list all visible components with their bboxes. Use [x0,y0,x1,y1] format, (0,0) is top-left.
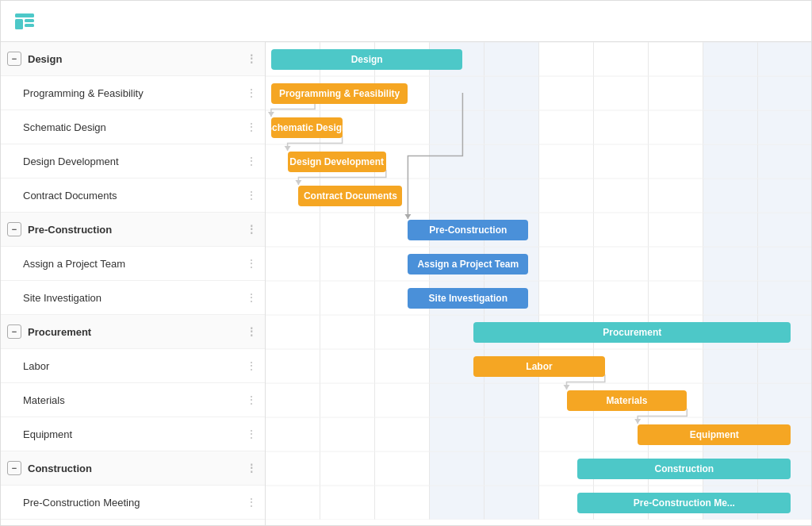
child-row-assign-project-team: Assign a Project Team ⋮ [1,247,265,281]
group-label-pre-construction: Pre-Construction [28,224,244,236]
child-row-prog-feasibility: Programming & Feasibility ⋮ [1,76,265,110]
bar-label-materials: Materials [606,395,647,406]
bar-label-design-development: Design Development [289,156,384,167]
gantt-grid [266,42,811,520]
svg-marker-21 [285,146,291,151]
group-row-design: − Design ⋮ [1,42,265,76]
svg-marker-22 [295,180,301,185]
child-label-materials: Materials [23,394,244,406]
connector-lines [266,42,811,520]
drag-handle-prog-feasibility[interactable]: ⋮ [244,86,259,99]
bar-label-labor: Labor [526,361,552,372]
expand-btn-pre-construction[interactable]: − [7,222,21,236]
bar-label-construction-main: Construction [655,463,714,474]
child-label-equipment: Equipment [23,428,244,440]
svg-rect-2 [25,19,34,22]
bar-label-assign-project-team: Assign a Project Team [417,259,519,270]
child-row-equipment: Equipment ⋮ [1,417,265,451]
child-row-contract-documents: Contract Documents ⋮ [1,179,265,213]
child-label-assign-project-team: Assign a Project Team [23,258,244,270]
bar-label-contract-documents: Contract Documents [304,190,397,202]
bar-pre-construction[interactable]: Pre-Construction [408,220,528,240]
child-label-site-investigation: Site Investigation [23,292,244,304]
child-row-site-investigation: Site Investigation ⋮ [1,281,265,315]
main-content: − Design ⋮ Programming & Feasibility ⋮ S… [1,42,811,525]
bar-label-pre-construction-meeting: Pre-Construction Me... [634,497,735,509]
svg-rect-0 [15,13,34,17]
bar-label-procurement: Procurement [603,327,661,338]
child-row-design-development: Design Development ⋮ [1,144,265,179]
group-row-procurement: − Procurement ⋮ [1,315,265,349]
drag-handle-assign-project-team[interactable]: ⋮ [244,257,259,270]
template-icon [13,10,36,33]
drag-handle-pre-construction[interactable]: ⋮ [244,223,259,236]
bar-label-prog-feasibility: Programming & Feasibility [279,88,400,99]
bar-design-development[interactable]: Design Development [288,152,386,172]
child-label-prog-feasibility: Programming & Feasibility [23,87,244,99]
bar-construction-main[interactable]: Construction [577,459,791,479]
expand-btn-construction[interactable]: − [7,461,21,475]
group-row-construction: − Construction ⋮ [1,451,265,486]
drag-handle-materials[interactable]: ⋮ [244,394,259,406]
child-row-labor: Labor ⋮ [1,349,265,383]
gantt-panel: DesignProgramming & FeasibilitySchematic… [266,42,811,525]
expand-btn-design[interactable]: − [7,52,21,66]
svg-rect-3 [25,24,34,27]
child-label-contract-documents: Contract Documents [23,190,244,202]
group-label-construction: Construction [28,463,244,474]
bar-equipment[interactable]: Equipment [638,424,791,445]
left-panel: − Design ⋮ Programming & Feasibility ⋮ S… [1,42,266,525]
bar-site-investigation[interactable]: Site Investigation [408,288,528,309]
child-row-pre-construction-meeting: Pre-Construction Meeting ⋮ [1,486,265,520]
drag-handle-labor[interactable]: ⋮ [244,359,259,372]
child-label-pre-construction-meeting: Pre-Construction Meeting [23,497,244,509]
group-label-procurement: Procurement [28,326,244,338]
app-container: − Design ⋮ Programming & Feasibility ⋮ S… [0,0,812,526]
child-label-labor: Labor [23,360,244,372]
drag-handle-schematic-design[interactable]: ⋮ [244,121,259,133]
header [1,1,811,42]
bar-label-schematic-design: Schematic Design [271,122,343,133]
expand-btn-procurement[interactable]: − [7,324,21,339]
drag-handle-equipment[interactable]: ⋮ [244,428,259,440]
bar-label-design: Design [351,54,383,65]
bar-pre-construction-meeting[interactable]: Pre-Construction Me... [577,493,791,513]
svg-marker-19 [404,214,411,219]
bar-label-site-investigation: Site Investigation [429,293,508,304]
group-row-pre-construction: − Pre-Construction ⋮ [1,213,265,247]
bar-schematic-design[interactable]: Schematic Design [271,117,343,138]
bar-contract-documents[interactable]: Contract Documents [298,186,402,206]
bar-design[interactable]: Design [271,49,463,70]
svg-marker-24 [634,419,641,424]
bar-label-equipment: Equipment [690,429,739,440]
svg-marker-23 [564,385,570,390]
drag-handle-construction[interactable]: ⋮ [244,462,259,474]
child-row-materials: Materials ⋮ [1,383,265,417]
child-label-schematic-design: Schematic Design [23,121,244,133]
svg-marker-20 [268,112,274,117]
child-row-schematic-design: Schematic Design ⋮ [1,110,265,144]
drag-handle-contract-documents[interactable]: ⋮ [244,189,259,202]
bar-assign-project-team[interactable]: Assign a Project Team [408,254,528,275]
bar-prog-feasibility[interactable]: Programming & Feasibility [271,83,408,104]
drag-handle-design-development[interactable]: ⋮ [244,155,259,167]
drag-handle-pre-construction-meeting[interactable]: ⋮ [244,496,259,509]
child-label-design-development: Design Development [23,155,244,167]
bar-label-pre-construction: Pre-Construction [429,225,507,236]
svg-rect-1 [15,19,23,29]
drag-handle-procurement[interactable]: ⋮ [244,325,259,338]
drag-handle-site-investigation[interactable]: ⋮ [244,291,259,304]
bar-procurement[interactable]: Procurement [473,322,791,343]
group-label-design: Design [28,53,244,65]
drag-handle-design[interactable]: ⋮ [244,52,259,65]
bar-labor[interactable]: Labor [473,356,605,377]
bar-materials[interactable]: Materials [567,390,688,411]
